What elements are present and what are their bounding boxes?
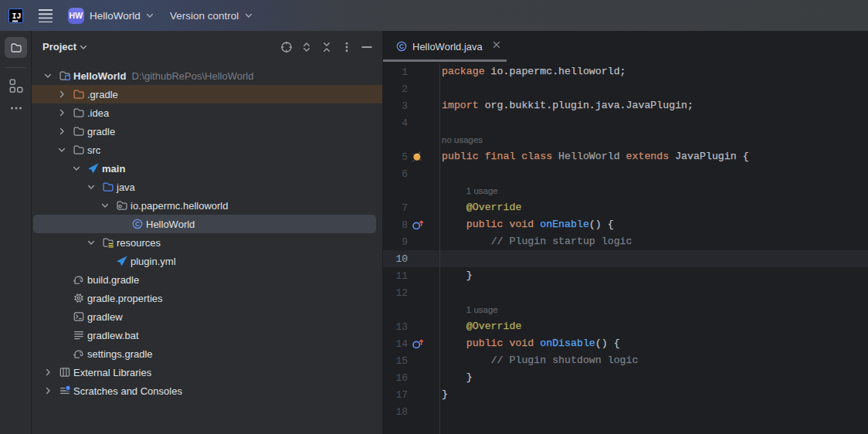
svg-text:IJ: IJ — [12, 12, 21, 21]
svg-text:C: C — [399, 42, 404, 50]
svg-text:C: C — [135, 220, 140, 228]
